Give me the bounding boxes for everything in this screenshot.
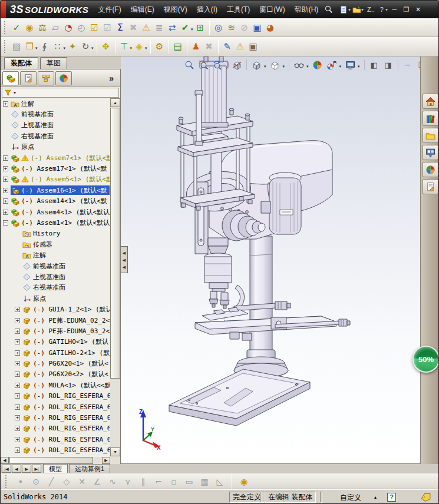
tree-item[interactable]: 原点 — [1, 293, 110, 304]
dropdown-icon[interactable]: ▾ — [348, 7, 351, 12]
circle-button[interactable]: ⊙ — [30, 477, 42, 486]
tree-item-content[interactable]: 传感器 — [22, 240, 110, 249]
filter-dropdown-icon[interactable]: ▾ — [14, 90, 16, 95]
section-view-button[interactable] — [231, 59, 243, 71]
tree-item[interactable]: 右视基准面 — [1, 131, 110, 141]
doc-minimize-button[interactable]: ─ — [402, 59, 414, 71]
move-component-button[interactable]: ✥ — [100, 40, 113, 53]
tree-item-content[interactable]: History — [22, 229, 110, 238]
tree-item-content[interactable]: A注解 — [22, 251, 110, 260]
custom-properties-button[interactable] — [423, 179, 438, 194]
whats-wrong-button[interactable]: ⚠ — [140, 21, 153, 34]
dropdown-icon[interactable]: ▾ — [91, 46, 94, 51]
dropdown-icon[interactable]: ▾ — [385, 7, 388, 12]
costing-button[interactable]: ◕ — [264, 21, 277, 34]
tree-item-content[interactable]: (-) ROL_RIG_ESFERA_6: — [22, 402, 110, 412]
dropdown-icon[interactable]: ▾ — [191, 27, 193, 32]
equations-button[interactable]: Σ — [114, 21, 127, 34]
open-component-button[interactable]: ❐ — [23, 40, 36, 53]
expand-icon[interactable]: + — [3, 177, 8, 182]
tree-item-content[interactable]: 右视基准面 — [11, 131, 110, 141]
compare-documents-button[interactable]: ⇄ — [166, 21, 179, 34]
dropdown-icon[interactable]: ▾ — [361, 7, 364, 12]
tree-item-content[interactable]: (-) GATILHO-2<1> (默 — [22, 348, 110, 357]
recorder-progress-badge[interactable]: 50% — [412, 346, 439, 373]
take-snapshot-button[interactable]: ▣ — [247, 40, 260, 53]
make-path-button[interactable]: ◺ — [214, 477, 226, 486]
z-tool-button[interactable]: Z.. — [365, 6, 377, 13]
pane-split-button[interactable]: ◨ — [382, 59, 394, 71]
view-orientation-button[interactable] — [250, 59, 262, 71]
expand-icon[interactable]: + — [15, 426, 20, 431]
toolbar-grip[interactable] — [5, 475, 8, 488]
expand-icon[interactable]: + — [15, 372, 20, 377]
tree-item[interactable]: +(-) PG6X20<2> (默认< — [1, 369, 110, 380]
dropdown-icon[interactable]: ▾ — [358, 64, 360, 69]
motion-nav-button-3[interactable]: ▶| — [32, 465, 41, 473]
mate-button[interactable]: ∮ — [38, 40, 51, 53]
tree-item-content[interactable]: (-) Assem17<1> (默认<默 — [11, 164, 110, 174]
measure-button[interactable]: ◉ — [238, 477, 250, 486]
dropdown-icon[interactable]: ▾ — [283, 64, 285, 69]
tab-草图[interactable]: 草图 — [40, 57, 67, 69]
dropdown-icon[interactable]: ▾ — [35, 46, 38, 51]
instant3d-button[interactable]: ♟ — [190, 40, 203, 53]
search-icon[interactable] — [324, 5, 334, 14]
tree-item[interactable]: +(-) GATILHO<1> (默认 — [1, 337, 110, 347]
expand-icon[interactable]: + — [15, 350, 20, 356]
assembly-features-button[interactable]: ⊤ — [118, 40, 131, 53]
curve-tool-button[interactable]: ✎ — [221, 40, 234, 53]
units-label[interactable]: 自定义 — [340, 493, 361, 503]
toolbar-grip[interactable] — [4, 40, 7, 53]
zoom-to-fit-button[interactable] — [183, 59, 195, 71]
appearances-scenes-button[interactable] — [423, 162, 438, 177]
point-button[interactable]: • — [15, 477, 27, 486]
tree-item[interactable]: +(-) ROL_RIG_ESFERA_6: — [1, 402, 110, 412]
motion-nav-button-0[interactable]: |◀ — [2, 465, 11, 473]
tree-item[interactable]: +!(-) Assem7<1> (默认<默 — [1, 152, 110, 163]
rotate-component-button[interactable]: ↻ — [79, 40, 92, 53]
tree-item[interactable]: 传感器 — [1, 239, 110, 250]
tree-item[interactable]: +(-) PG6X20<1> (默认< — [1, 358, 110, 369]
tree-item-content[interactable]: (-) GUIA-1_2<1> (默认 — [22, 305, 110, 314]
panel-splitter[interactable]: ◀ ◀ ◀ — [121, 246, 128, 273]
tree-item[interactable]: +(-) PE茀-EDUMA_02_2< — [1, 315, 110, 326]
help-button[interactable]: ? — [387, 493, 396, 502]
tree-item-content[interactable]: (-) GATILHO<1> (默认 — [22, 337, 110, 347]
exploded-view-button[interactable]: ⚙ — [153, 40, 166, 53]
tree-item-content[interactable]: !(-) Assem7<1> (默认<默 — [11, 153, 110, 163]
tree-item[interactable]: +(-) ROL_RIG_ESFERA_6: — [1, 434, 110, 445]
edit-appearance-button[interactable] — [312, 59, 324, 71]
tree-item[interactable]: −(-) Assem1<1> (默认<默认 — [1, 217, 110, 228]
tree-item-content[interactable]: (-) ROL_RIG_ESFERA_6: — [22, 413, 110, 423]
tree-item[interactable]: A注解 — [1, 250, 110, 260]
tree-item[interactable]: +(-) ROL_RIG_ESFERA_6: — [1, 445, 110, 456]
expand-icon[interactable]: + — [3, 210, 8, 215]
expand-icon[interactable]: + — [15, 437, 20, 442]
tree-item-content[interactable]: (-) Assem14<1> (默认<默 — [11, 197, 110, 206]
stretch-entities-button[interactable]: ▭ — [183, 477, 195, 486]
motion-nav-button-1[interactable]: ◀ — [12, 465, 21, 473]
offset-entities-button[interactable]: ∥ — [137, 477, 149, 486]
expand-icon[interactable]: + — [15, 404, 20, 410]
tree-item[interactable]: History — [1, 228, 110, 239]
tree-item[interactable]: +(-) Assem4<1> (默认<默认 — [1, 207, 110, 217]
menubar-item[interactable]: 编辑(E) — [126, 1, 159, 18]
pane-left-button[interactable]: ◧ — [368, 59, 380, 71]
expand-icon[interactable]: + — [15, 361, 20, 366]
configurationmanager-tab[interactable] — [38, 71, 54, 85]
tree-item-content[interactable]: (-) Assem1<1> (默认<默认 — [11, 218, 110, 227]
expand-icon[interactable]: + — [3, 166, 8, 171]
tree-item-content[interactable]: (-) MOLA<1> (默认<<默 — [22, 380, 110, 390]
design-library-button[interactable] — [423, 111, 438, 126]
tree-item[interactable]: +(-) Assem17<1> (默认<默 — [1, 163, 110, 174]
polygon-button[interactable]: ◇ — [61, 477, 72, 486]
open-document-button[interactable]: ▾ — [352, 5, 364, 14]
dropdown-icon[interactable]: ▾ — [64, 46, 66, 51]
tree-item-content[interactable]: (-) PE茀-EDUMA_03_2< — [22, 326, 110, 336]
expand-icon[interactable]: + — [3, 101, 8, 107]
curvature-button[interactable]: ≋ — [225, 21, 238, 34]
tag-icon[interactable] — [420, 493, 432, 502]
tree-item[interactable]: 前视基准面 — [1, 261, 110, 271]
tree-item-content[interactable]: (-) PG6X20<1> (默认< — [22, 359, 110, 369]
